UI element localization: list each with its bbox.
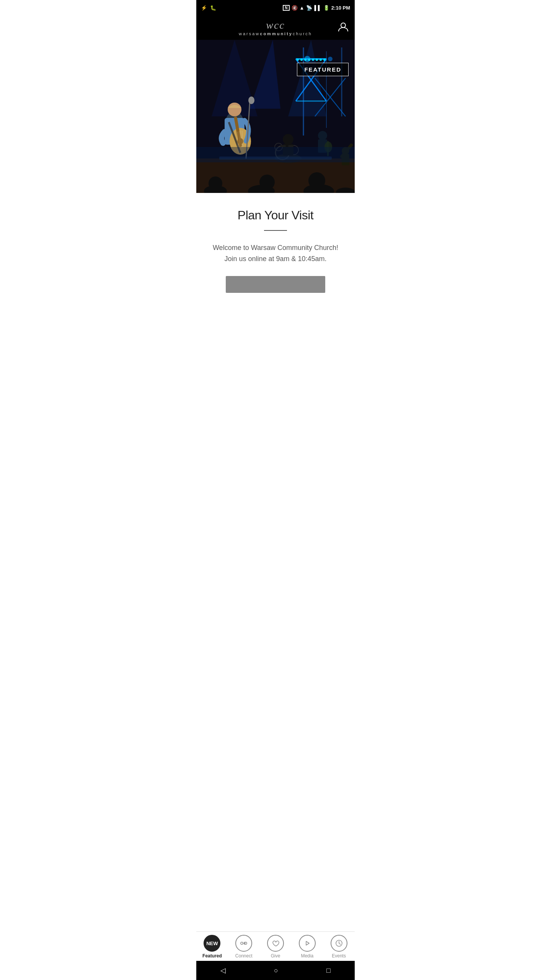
content-section: Plan Your Visit Welcome to Warsaw Commun… — [196, 193, 355, 308]
svg-point-56 — [300, 59, 303, 61]
svg-point-50 — [209, 176, 222, 190]
svg-point-21 — [283, 134, 293, 145]
church-logo: wcc warsawcommunitychurch — [239, 19, 312, 36]
svg-point-60 — [316, 59, 318, 61]
status-right-icons: N 🔇 ▲ 📡 ▌▌ 🔋 2:10 PM — [283, 5, 350, 11]
svg-point-0 — [341, 23, 346, 28]
content-body: Welcome to Warsaw Community Church!Join … — [204, 242, 347, 265]
logo-warsaw: warsaw — [239, 31, 260, 36]
hero-image: FEATURED — [196, 40, 355, 193]
logo-community: community — [260, 31, 293, 36]
wifi-icon: ▲ — [300, 5, 305, 11]
svg-point-61 — [320, 59, 322, 61]
profile-button[interactable] — [338, 21, 349, 34]
cta-button[interactable] — [226, 276, 325, 293]
page-title: Plan Your Visit — [204, 208, 347, 222]
status-left-icons: ⚡ 🐛 — [201, 5, 216, 11]
usb-icon: ⚡ — [201, 5, 207, 11]
svg-point-51 — [259, 175, 275, 190]
title-divider — [264, 230, 287, 231]
welcome-text: Welcome to Warsaw Community Church!Join … — [213, 244, 338, 263]
logo-script: wcc — [239, 19, 312, 31]
svg-point-62 — [323, 59, 326, 61]
svg-point-16 — [328, 57, 333, 61]
battery-icon: 🔋 — [323, 5, 329, 11]
nfc-icon: N — [283, 5, 289, 11]
svg-rect-24 — [288, 145, 293, 147]
bug-icon: 🐛 — [210, 5, 216, 11]
svg-point-59 — [312, 59, 314, 61]
status-bar: ⚡ 🐛 N 🔇 ▲ 📡 ▌▌ 🔋 2:10 PM — [196, 0, 355, 15]
svg-point-58 — [308, 59, 310, 61]
signal-icon: ▌▌ — [314, 5, 321, 11]
svg-point-40 — [248, 96, 254, 104]
svg-point-55 — [297, 59, 299, 61]
cast-icon: 📡 — [306, 5, 312, 11]
mute-icon: 🔇 — [292, 5, 298, 11]
svg-rect-23 — [280, 145, 286, 147]
svg-point-33 — [228, 103, 241, 116]
svg-point-52 — [308, 172, 325, 189]
svg-rect-54 — [196, 147, 355, 162]
app-header: wcc warsawcommunitychurch — [196, 15, 355, 40]
svg-point-57 — [304, 59, 306, 61]
svg-point-25 — [318, 131, 327, 140]
featured-badge[interactable]: FEATURED — [297, 63, 349, 76]
time-display: 2:10 PM — [331, 5, 350, 11]
logo-church: church — [293, 31, 312, 36]
